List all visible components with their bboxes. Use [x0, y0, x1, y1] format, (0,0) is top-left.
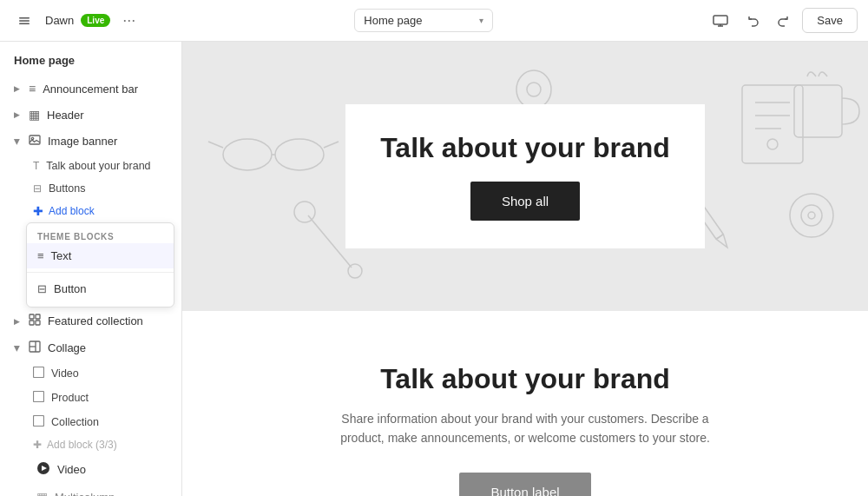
sidebar-child-label: Buttons [49, 182, 85, 195]
sidebar-child-label: Talk about your brand [46, 160, 150, 172]
svg-rect-3 [713, 16, 727, 24]
button-icon: ⊟ [33, 182, 42, 195]
sidebar-item-collage[interactable]: ▶ Collage [0, 334, 181, 361]
more-options-button[interactable]: ··· [117, 10, 141, 31]
sidebar-item-multicolumn[interactable]: ▦ Multicolumn [0, 484, 181, 496]
svg-line-24 [324, 142, 339, 148]
image-banner-section: Talk about your brand Shop all [182, 42, 868, 311]
svg-point-45 [790, 194, 833, 237]
add-block-disabled: ✚ Add block (3/3) [0, 434, 181, 455]
topbar-center: Home page ▾ [354, 9, 493, 32]
sidebar: Home page ▶ ≡ Announcement bar ▶ ▦ Heade… [0, 42, 182, 496]
svg-rect-1 [19, 20, 30, 22]
banner-title: Talk about your brand [380, 132, 670, 164]
theme-blocks-label: THEME BLOCKS [27, 228, 174, 243]
svg-rect-6 [30, 136, 40, 144]
collage-icon [29, 341, 41, 355]
chevron-down-icon: ▾ [479, 16, 483, 25]
image-banner-children: T Talk about your brand ⊟ Buttons ✚ Add … [0, 155, 181, 308]
featured-collection-icon [29, 314, 41, 328]
canvas: Talk about your brand Shop all Talk abou… [182, 42, 868, 496]
svg-point-40 [767, 139, 778, 149]
sidebar-child-video[interactable]: Video [0, 361, 181, 386]
topbar-left: Dawn Live ··· [10, 7, 141, 35]
button-block-icon: ⊟ [37, 282, 47, 295]
topbar: Dawn Live ··· Home page ▾ [0, 0, 868, 42]
theme-block-label: Button [54, 282, 87, 295]
announcement-bar-icon: ≡ [29, 82, 36, 96]
svg-rect-2 [19, 23, 30, 24]
sidebar-child-talk-about-brand[interactable]: T Talk about your brand [0, 155, 181, 177]
theme-block-text[interactable]: ≡ Text [27, 243, 174, 268]
menu-icon[interactable] [10, 7, 38, 35]
theme-blocks-popup: THEME BLOCKS ≡ Text ⊟ Button [26, 222, 174, 308]
sidebar-item-featured-collection[interactable]: ▶ Featured collection [0, 308, 181, 334]
text-block-icon: ≡ [37, 249, 44, 262]
sidebar-item-label: Collage [48, 341, 86, 354]
sidebar-child-label: Collection [51, 416, 99, 428]
svg-rect-15 [34, 367, 44, 378]
sidebar-item-label: Header [47, 109, 84, 122]
save-button[interactable]: Save [802, 8, 858, 33]
sidebar-item-image-banner[interactable]: ▶ Image banner [0, 128, 181, 155]
canvas-inner: Talk about your brand Shop all Talk abou… [182, 42, 868, 496]
brand-button[interactable]: Button label [459, 473, 590, 496]
plus-icon: ✚ [33, 204, 43, 218]
brand-section: Talk about your brand Share information … [182, 311, 868, 496]
topbar-right: Save [707, 7, 858, 35]
svg-point-47 [808, 212, 815, 219]
desktop-preview-icon[interactable] [707, 7, 734, 35]
video-icon [36, 461, 50, 478]
svg-point-50 [348, 264, 362, 278]
svg-rect-44 [794, 85, 842, 137]
undo-button[interactable] [740, 7, 767, 35]
live-badge: Live [81, 14, 110, 27]
text-icon: T [33, 160, 39, 172]
brand-title: Talk about your brand [217, 363, 833, 395]
undo-redo-group [740, 7, 797, 35]
svg-point-52 [527, 83, 541, 96]
svg-point-49 [294, 202, 315, 222]
svg-point-21 [275, 139, 324, 170]
page-select-value: Home page [364, 14, 422, 27]
shop-all-button[interactable]: Shop all [470, 182, 580, 221]
sidebar-title: Home page [0, 42, 181, 76]
collage-children: Video Product Collection ✚ [0, 361, 181, 455]
header-icon: ▦ [29, 108, 40, 122]
banner-overlay: Talk about your brand Shop all [345, 104, 705, 248]
expand-arrow-icon: ▶ [14, 317, 20, 326]
sidebar-child-label: Video [51, 367, 79, 380]
sidebar-item-label: Announcement bar [43, 83, 138, 96]
svg-point-7 [31, 137, 33, 139]
svg-rect-9 [36, 314, 40, 319]
sidebar-item-label: Image banner [48, 135, 117, 148]
sidebar-child-collection[interactable]: Collection [0, 410, 181, 434]
sidebar-item-label: Featured collection [48, 314, 143, 327]
sidebar-child-buttons[interactable]: ⊟ Buttons [0, 177, 181, 200]
svg-rect-16 [34, 392, 44, 402]
multicolumn-icon: ▦ [36, 490, 48, 496]
expand-arrow-icon: ▶ [14, 110, 20, 119]
sidebar-item-header[interactable]: ▶ ▦ Header [0, 102, 181, 128]
svg-rect-8 [30, 314, 34, 319]
svg-point-51 [516, 70, 551, 109]
page-select-dropdown[interactable]: Home page ▾ [354, 9, 493, 32]
theme-block-button[interactable]: ⊟ Button [27, 276, 174, 301]
divider [27, 272, 174, 273]
svg-marker-42 [716, 235, 731, 250]
product-child-icon [33, 391, 44, 405]
collection-child-icon [33, 415, 44, 429]
sidebar-item-label: Video [57, 463, 86, 476]
redo-button[interactable] [769, 7, 797, 35]
svg-rect-10 [30, 321, 34, 325]
expand-arrow-icon: ▶ [14, 84, 20, 93]
sidebar-child-product[interactable]: Product [0, 386, 181, 410]
sidebar-item-video[interactable]: Video [0, 455, 181, 484]
add-block-label: Add block [49, 205, 95, 217]
sidebar-item-announcement-bar[interactable]: ▶ ≡ Announcement bar [0, 76, 181, 102]
main-layout: Home page ▶ ≡ Announcement bar ▶ ▦ Heade… [0, 42, 868, 496]
sidebar-child-label: Product [51, 392, 89, 404]
add-block-disabled-label: Add block (3/3) [47, 439, 117, 451]
add-block-button[interactable]: ✚ Add block [0, 200, 181, 222]
svg-rect-11 [36, 321, 40, 325]
